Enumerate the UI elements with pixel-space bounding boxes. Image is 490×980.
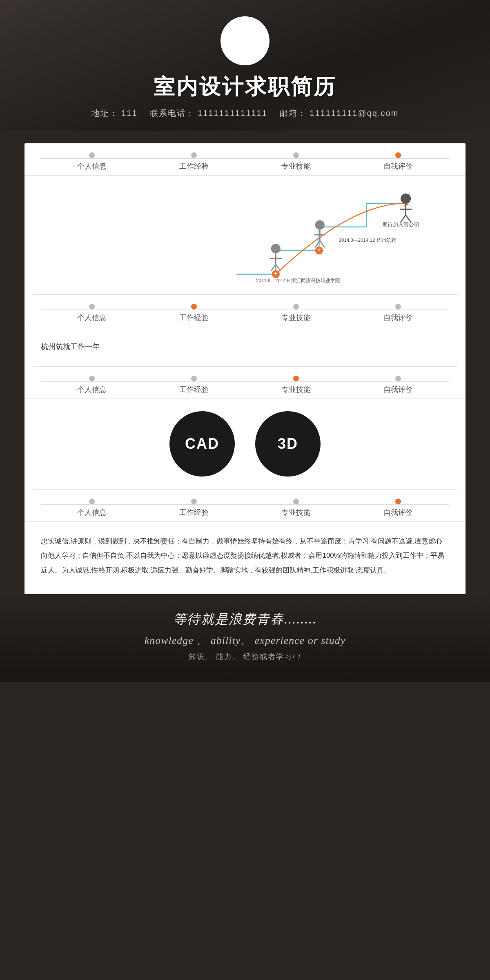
- tab-nav-3: 个人信息 工作经验 专业技能 自我评价: [24, 367, 466, 399]
- tab-dot-skills-3: [293, 376, 299, 381]
- tab-dot-self-4: [395, 499, 401, 504]
- tab-personal-1[interactable]: 个人信息: [41, 152, 143, 171]
- tab-dot-skills-1: [293, 152, 299, 158]
- tab-label-personal-4: 个人信息: [77, 508, 107, 517]
- tab-personal-2[interactable]: 个人信息: [41, 304, 143, 323]
- career-diagram-svg: + + 期待加入贵公司 2014.3—2014.12 杭州筑就 2011.9—2…: [216, 180, 453, 290]
- svg-text:期待加入贵公司: 期待加入贵公司: [382, 222, 419, 227]
- tab-dot-self-1: [395, 152, 401, 158]
- tab-label-skills-2: 专业技能: [281, 313, 311, 323]
- content-card: 个人信息 工作经验 专业技能 自我评价: [24, 143, 466, 594]
- svg-text:2011.9—2014.6 浙江同济科技职业学院: 2011.9—2014.6 浙江同济科技职业学院: [256, 278, 340, 283]
- svg-point-15: [401, 194, 411, 204]
- skills-area: CAD 3D: [24, 399, 466, 489]
- svg-text:+: +: [317, 246, 321, 253]
- work-text: 杭州筑就工作一年: [41, 339, 449, 354]
- svg-text:2014.3—2014.12 杭州筑就: 2014.3—2014.12 杭州筑就: [339, 237, 396, 243]
- tab-label-personal-3: 个人信息: [77, 385, 107, 394]
- footer-area: 等待就是浪费青春........ knowledge 、 ability、 ex…: [0, 594, 490, 682]
- footer-quote1: 等待就是浪费青春........: [173, 610, 317, 628]
- tab-self-4[interactable]: 自我评价: [347, 499, 449, 517]
- tab-skills-1[interactable]: 专业技能: [245, 152, 347, 171]
- svg-point-1: [271, 244, 281, 253]
- tab-label-personal-2: 个人信息: [77, 313, 107, 323]
- self-eval-text: 忠实诚信,讲原则，说到做到，决不推卸责任；有自制力，做事情始终坚持有始有终，从不…: [41, 534, 449, 578]
- main-title: 室内设计求职简历: [154, 73, 336, 101]
- tab-label-self-2: 自我评价: [383, 313, 413, 323]
- tab-dot-work-3: [191, 376, 197, 381]
- tab-label-self-3: 自我评价: [383, 385, 413, 394]
- tab-work-3[interactable]: 工作经验: [143, 376, 245, 394]
- tab-work-1[interactable]: 工作经验: [143, 152, 245, 171]
- tab-dot-personal-3: [89, 376, 95, 381]
- tab-dot-personal-2: [89, 304, 95, 310]
- tab-nav-2: 个人信息 工作经验 专业技能 自我评价: [24, 295, 466, 327]
- tab-dot-self-3: [395, 376, 401, 381]
- tab-dot-work-4: [191, 499, 197, 504]
- contact-info: 地址： 111 联系电话： 1111111111111 邮箱： 11111111…: [91, 108, 399, 119]
- tab-label-personal-1: 个人信息: [77, 161, 107, 171]
- section-work: 杭州筑就工作一年: [24, 327, 466, 366]
- section-career: + + 期待加入贵公司 2014.3—2014.12 杭州筑就 2011.9—2…: [24, 176, 466, 294]
- address-label: 地址： 111: [91, 108, 138, 119]
- tab-skills-3[interactable]: 专业技能: [245, 376, 347, 394]
- tab-skills-4[interactable]: 专业技能: [245, 499, 347, 517]
- tab-label-skills-4: 专业技能: [281, 508, 311, 517]
- tab-label-work-3: 工作经验: [179, 385, 209, 394]
- svg-text:+: +: [274, 270, 278, 277]
- tab-dot-work-2: [191, 304, 197, 310]
- tab-label-skills-1: 专业技能: [281, 161, 311, 171]
- email-label: 邮箱： 111111111@qq.com: [280, 108, 399, 119]
- tab-dot-skills-4: [293, 499, 299, 504]
- tab-dot-personal-4: [89, 499, 95, 504]
- section-self-eval: 忠实诚信,讲原则，说到做到，决不推卸责任；有自制力，做事情始终坚持有始有终，从不…: [24, 522, 466, 594]
- tab-label-work-1: 工作经验: [179, 161, 209, 171]
- skill-cad: CAD: [169, 411, 235, 477]
- tab-skills-2[interactable]: 专业技能: [245, 304, 347, 323]
- tab-nav-1: 个人信息 工作经验 专业技能 自我评价: [24, 143, 466, 176]
- tab-dot-personal-1: [89, 152, 95, 158]
- tab-label-skills-3: 专业技能: [281, 385, 311, 394]
- skill-3d: 3D: [255, 411, 321, 477]
- tab-label-work-2: 工作经验: [179, 313, 209, 323]
- tab-dot-skills-2: [293, 304, 299, 310]
- tab-nav-4: 个人信息 工作经验 专业技能 自我评价: [24, 490, 466, 522]
- phone-label: 联系电话： 1111111111111: [150, 108, 267, 119]
- tab-self-1[interactable]: 自我评价: [347, 152, 449, 171]
- svg-line-18: [401, 215, 406, 222]
- tab-self-3[interactable]: 自我评价: [347, 376, 449, 394]
- tab-label-work-4: 工作经验: [179, 508, 209, 517]
- footer-quote2: knowledge 、 ability、 experience or study: [145, 633, 346, 648]
- tab-personal-4[interactable]: 个人信息: [41, 499, 143, 517]
- avatar: [220, 16, 270, 65]
- header-area: 室内设计求职简历 地址： 111 联系电话： 1111111111111 邮箱：…: [0, 0, 490, 131]
- tab-self-2[interactable]: 自我评价: [347, 304, 449, 323]
- tab-label-self-4: 自我评价: [383, 508, 413, 517]
- tab-dot-work-1: [191, 152, 197, 158]
- tab-work-4[interactable]: 工作经验: [143, 499, 245, 517]
- tab-label-self-1: 自我评价: [383, 161, 413, 171]
- tab-dot-self-2: [395, 304, 401, 310]
- svg-line-19: [406, 215, 411, 222]
- footer-quote3: 知识、 能力、 经验或者学习/ /: [189, 652, 301, 662]
- tab-work-2[interactable]: 工作经验: [143, 304, 245, 323]
- svg-point-8: [315, 220, 325, 229]
- tab-personal-3[interactable]: 个人信息: [41, 376, 143, 394]
